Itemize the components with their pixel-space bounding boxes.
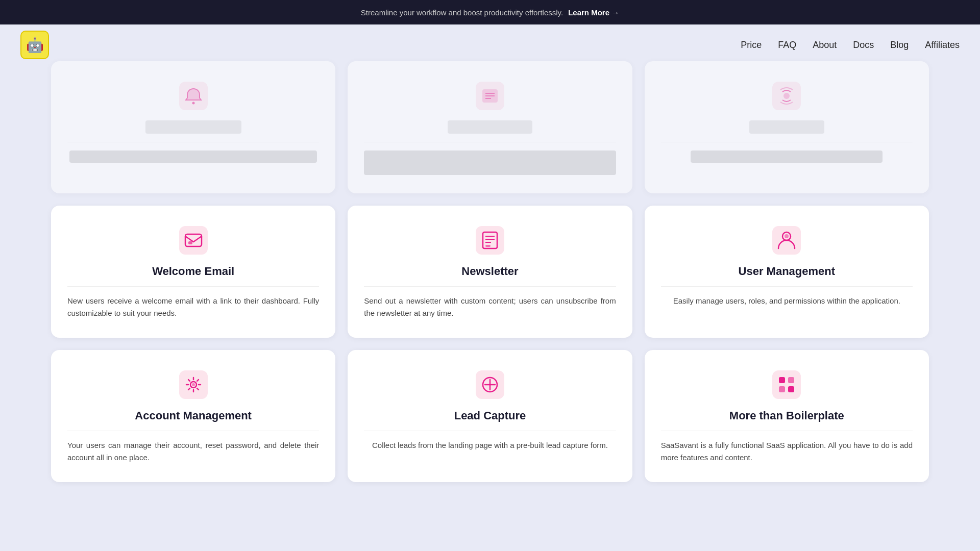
nav-blog[interactable]: Blog	[890, 40, 909, 51]
banner-text: Streamline your workflow and boost produ…	[361, 8, 563, 17]
card-user-management: User Management Easily manage users, rol…	[645, 206, 929, 338]
main-content: User Notifications Notify users with cus…	[0, 51, 980, 513]
email-icon	[177, 224, 210, 257]
svg-point-8	[783, 93, 790, 99]
navbar: 🤖 Price FAQ About Docs Blog Affiliates	[0, 24, 980, 65]
svg-point-20	[785, 234, 789, 238]
nav-docs[interactable]: Docs	[853, 40, 874, 51]
card-desc: Easily manage user issues and feature re…	[364, 151, 616, 175]
top-banner: Streamline your workflow and boost produ…	[0, 0, 980, 24]
card-desc: Broadcast events to all users from the a…	[691, 151, 883, 163]
svg-rect-9	[179, 226, 208, 255]
card-more-than-boilerplate: More than Boilerplate SaaSavant is a ful…	[645, 350, 929, 482]
logo[interactable]: 🤖	[20, 31, 49, 59]
svg-point-1	[192, 102, 194, 105]
card-lead-capture: Lead Capture Collect leads from the land…	[348, 350, 632, 482]
svg-rect-31	[779, 386, 785, 392]
card-support-tickets: Support Tickets Easily manage user issue…	[348, 61, 632, 193]
bell-icon	[177, 80, 210, 112]
card-desc: Notify users with customizable in-app no…	[69, 151, 316, 163]
card-title: Admin Events	[749, 120, 824, 134]
card-desc: New users receive a welcome email with a…	[67, 295, 319, 319]
nav-affiliates[interactable]: Affiliates	[925, 40, 960, 51]
card-title: Newsletter	[461, 265, 518, 278]
nav-faq[interactable]: FAQ	[778, 40, 796, 51]
user-management-icon	[770, 224, 803, 257]
card-account-management: Account Management Your users can manage…	[51, 350, 335, 482]
logo-emoji: 🤖	[26, 37, 44, 54]
card-desc: Your users can manage their account, res…	[67, 439, 319, 464]
svg-rect-32	[788, 386, 794, 392]
card-user-notifications: User Notifications Notify users with cus…	[51, 61, 335, 193]
svg-rect-28	[772, 370, 801, 399]
svg-rect-29	[779, 377, 785, 383]
ticket-icon	[474, 80, 506, 112]
svg-rect-30	[788, 377, 794, 383]
nav-about[interactable]: About	[813, 40, 837, 51]
card-desc: Collect leads from the landing page with…	[372, 439, 608, 452]
nav-price[interactable]: Price	[741, 40, 762, 51]
grid-icon	[770, 368, 803, 401]
svg-point-23	[192, 383, 195, 386]
card-welcome-email: Welcome Email New users receive a welcom…	[51, 206, 335, 338]
card-title: User Management	[739, 265, 836, 278]
card-desc: Send out a newsletter with custom conten…	[364, 295, 616, 319]
card-newsletter: Newsletter Send out a newsletter with cu…	[348, 206, 632, 338]
newsletter-icon	[474, 224, 506, 257]
card-desc: Easily manage users, roles, and permissi…	[673, 295, 900, 307]
cards-grid: User Notifications Notify users with cus…	[51, 61, 929, 482]
card-desc: SaaSavant is a fully functional SaaS app…	[661, 439, 913, 464]
svg-rect-11	[188, 241, 192, 244]
lead-capture-icon	[474, 368, 506, 401]
card-title: Account Management	[135, 409, 252, 422]
card-admin-events: Admin Events Broadcast events to all use…	[645, 61, 929, 193]
card-title: Lead Capture	[454, 409, 526, 422]
svg-rect-17	[485, 245, 491, 247]
settings-icon	[177, 368, 210, 401]
card-title: User Notifications	[145, 120, 241, 134]
svg-rect-12	[476, 226, 504, 255]
card-title: Support Tickets	[448, 120, 532, 134]
card-title: More than Boilerplate	[729, 409, 844, 422]
learn-more-link[interactable]: Learn More →	[568, 8, 619, 17]
card-title: Welcome Email	[152, 265, 234, 278]
broadcast-icon	[770, 80, 803, 112]
nav-links: Price FAQ About Docs Blog Affiliates	[741, 40, 960, 51]
